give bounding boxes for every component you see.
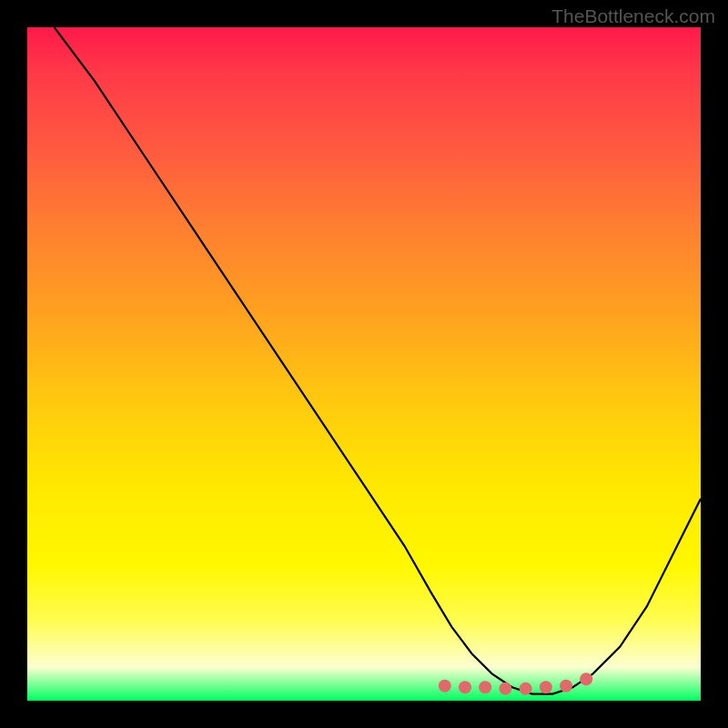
optimal-marker <box>580 672 592 685</box>
optimal-marker <box>540 681 552 693</box>
optimal-marker <box>439 680 451 693</box>
optimal-marker <box>560 680 572 693</box>
bottleneck-curve <box>55 27 701 694</box>
optimal-marker <box>459 681 471 693</box>
optimal-marker <box>520 682 532 695</box>
plot-area <box>27 27 701 701</box>
curve-layer <box>27 27 701 701</box>
optimal-marker <box>499 682 511 695</box>
watermark-text: TheBottleneck.com <box>551 5 715 27</box>
optimal-marker <box>479 681 491 693</box>
